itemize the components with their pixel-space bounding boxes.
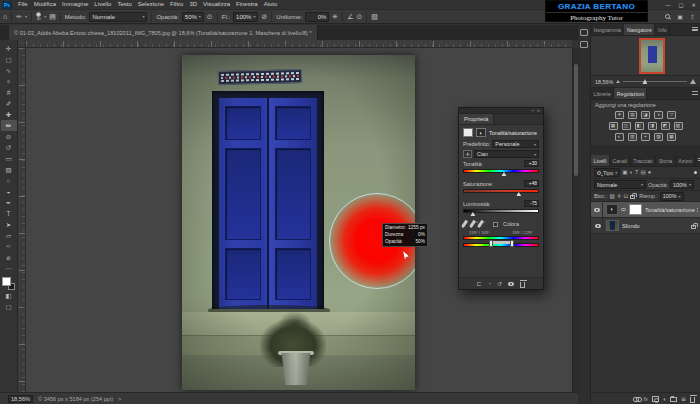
adjustment-photo-filter-icon[interactable]: ◨ [648,122,657,130]
eyedropper-icon[interactable] [461,220,468,228]
adjustment-levels-icon[interactable]: ▤ [628,111,637,119]
home-icon[interactable]: ⌂ [3,12,7,22]
filter-shape-layers-icon[interactable]: ▤ [640,168,645,177]
tab-azioni[interactable]: Azioni [676,155,696,166]
menu-selezione[interactable]: Selezione [135,0,167,9]
layer-row[interactable]: ◐Tonalità/saturazione 1 [591,202,700,218]
lightness-slider-thumb[interactable] [470,212,475,216]
layer-fill-select[interactable]: 100%▾ [660,192,684,201]
lasso-tool-icon[interactable]: ∿ [1,65,17,76]
delete-adjustment-icon[interactable] [520,282,525,288]
menu-modifica[interactable]: Modifica [31,0,59,9]
menu-livello[interactable]: Livello [91,0,114,9]
airbrush-icon[interactable]: ⊘ [261,12,267,22]
brush-tool-icon[interactable]: ✏ [1,120,17,131]
adjustment-layer-thumbnail[interactable]: ◐ [606,204,619,215]
adjustment-threshold-icon[interactable]: ◓ [641,133,650,141]
photo-document[interactable] [182,55,415,390]
lock-all-icon[interactable] [630,195,635,199]
gradient-tool-icon[interactable]: ▨ [1,164,17,175]
filter-toggle-dot[interactable] [694,171,697,174]
blur-tool-icon[interactable]: ○ [1,175,17,186]
delete-layer-icon[interactable] [690,397,695,403]
dodge-tool-icon[interactable]: ◒ [1,186,17,197]
adjustments-panel-menu-icon[interactable] [690,88,700,99]
clip-to-layer-icon[interactable]: ⊏ [477,280,482,287]
mask-badge-icon[interactable] [463,128,473,137]
photoshop-logo-icon[interactable]: Ps [2,1,12,9]
adjustment-channel-mixer-icon[interactable]: ◩ [661,122,670,130]
foreground-color-swatch[interactable] [2,277,11,286]
layer-name[interactable]: Tonalità/saturazione 1 [645,207,698,213]
minimize-button[interactable]: — [665,2,670,8]
menu-file[interactable]: File [15,0,31,9]
lightness-value[interactable]: -75 [524,200,539,207]
reset-adjustment-icon[interactable]: ↺ [497,280,502,287]
filter-smart-objects-icon[interactable]: ● [648,168,651,177]
previous-state-icon[interactable]: ◔ [488,281,492,287]
new-group-icon[interactable] [670,397,677,402]
filter-adjustment-layers-icon[interactable]: ◐ [630,168,633,177]
lock-artboard-icon[interactable]: ⊡ [623,192,628,201]
adjustment-exposure-icon[interactable]: ◑ [654,111,663,119]
tab-info[interactable]: Info [655,24,670,35]
maximize-button[interactable]: ▢ [678,2,683,8]
tab-navigatore[interactable]: Navigatore [624,24,655,35]
layer-name[interactable]: Sfondo [622,223,640,229]
zoom-out-mountain-icon[interactable] [616,80,620,83]
navigator-thumbnail[interactable] [639,38,665,74]
pen-tool-icon[interactable]: ✒ [1,197,17,208]
layer-blend-mode-select[interactable]: Normale▾ [594,180,646,189]
zoom-slider-thumb[interactable] [642,79,647,84]
menu-testo[interactable]: Testo [114,0,134,9]
tab-tracciati[interactable]: Tracciati [631,155,656,166]
layer-filter-type-select[interactable]: Tipo ▾ [594,168,620,177]
mask-link-icon[interactable] [621,208,626,211]
status-zoom-field[interactable]: 18,56% [8,395,33,403]
hue-slider[interactable] [463,169,539,173]
lock-position-icon[interactable]: ✛ [617,192,622,201]
menu-aiuto[interactable]: Aiuto [261,0,281,9]
adjustment-brightness-contrast-icon[interactable]: ☀ [615,111,624,119]
menu-3d[interactable]: 3D [186,0,200,9]
smoothing-options-gear-icon[interactable]: ✳ [332,12,338,22]
blend-mode-select[interactable]: Normale▾ [89,12,147,22]
adjustment-black-white-icon[interactable]: ◧ [635,122,644,130]
brush-preset-caret[interactable]: ▾ [44,14,46,19]
lightness-slider[interactable] [463,209,539,213]
close-button[interactable]: ✕ [691,2,696,8]
saturation-slider[interactable] [463,189,539,193]
menu-finestra[interactable]: Finestra [233,0,261,9]
layers-panel-menu-icon[interactable] [696,155,700,166]
layer-opacity-select[interactable]: 100%▾ [670,180,694,189]
path-selection-tool-icon[interactable]: ➤ [1,219,17,230]
layer-effects-icon[interactable]: fx [644,396,648,402]
navigator-panel-menu-icon[interactable] [690,24,700,35]
adjustment-color-balance-icon[interactable]: ◫ [622,122,631,130]
filter-type-layers-icon[interactable]: T [635,168,638,177]
preset-select[interactable]: Personale▾ [492,140,539,148]
marquee-tool-icon[interactable]: ▢ [1,54,17,65]
brush-panel-toggle-icon[interactable]: ▤ [49,12,56,22]
adjustment-selective-color-icon[interactable]: ▨ [654,133,663,141]
eyedropper-add-icon[interactable] [469,220,476,228]
hue-slider-thumb[interactable] [501,172,506,176]
shape-tool-icon[interactable]: ▱ [1,230,17,241]
targeted-adjustment-icon[interactable]: ✛ [463,150,472,158]
crop-tool-icon[interactable]: # [1,87,17,98]
color-swatches[interactable] [2,277,15,290]
pressure-opacity-icon[interactable]: ⊙ [207,12,213,22]
eraser-tool-icon[interactable]: ▭ [1,153,17,164]
filter-pixel-layers-icon[interactable]: ▣ [622,168,627,177]
adjustment-color-lookup-icon[interactable]: ▧ [674,122,683,130]
layer-visibility-cell[interactable] [593,202,603,217]
adjustment-curves-icon[interactable]: ◪ [641,111,650,119]
navigator-zoom-value[interactable]: 18,56% [595,79,613,85]
menu-filtro[interactable]: Filtro [167,0,186,9]
brush-angle-icon[interactable]: ∠ [347,12,353,22]
status-chevron[interactable]: > [118,396,121,402]
add-mask-icon[interactable] [652,396,659,402]
tab-istogramma[interactable]: Istogramma [591,24,624,35]
document-tab[interactable]: © 01-03_Addis Abeba Entoto chiesa_181020… [9,25,318,40]
tab-livelli[interactable]: Livelli [591,155,610,166]
